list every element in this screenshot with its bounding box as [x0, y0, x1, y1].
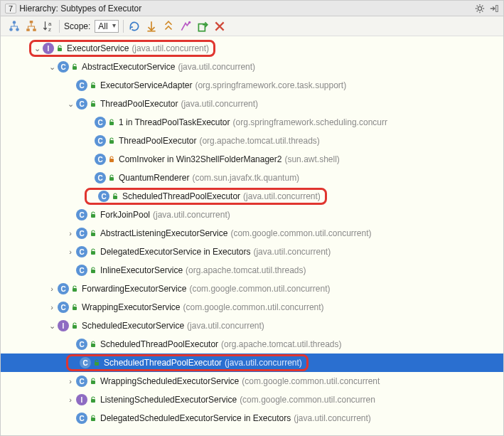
chevron-down-icon[interactable]: ⌄ — [48, 321, 56, 330]
interface-icon: I — [58, 320, 69, 331]
svg-rect-25 — [91, 270, 95, 273]
refresh-icon[interactable] — [128, 20, 141, 33]
tree-row-abstractExecSvc[interactable]: ⌄CAbstractExecutorService(java.util.conc… — [1, 58, 503, 76]
svg-rect-20 — [109, 177, 114, 181]
public-lock-icon — [89, 229, 97, 238]
package-name: (com.google.common.util.concurren — [240, 395, 375, 405]
svg-rect-27 — [73, 307, 77, 310]
svg-rect-18 — [109, 140, 114, 144]
public-lock-icon — [70, 321, 79, 330]
package-name: (java.util.concurrent) — [181, 99, 258, 109]
panel-header: 7 Hierarchy: Subtypes of Executor — [1, 1, 503, 16]
tree-row-stpeTomcat[interactable]: CScheduledThreadPoolExecutor(org.apache.… — [1, 335, 503, 353]
tree-row-schedExecSvc[interactable]: ⌄IScheduledExecutorService(java.util.con… — [1, 317, 503, 335]
chevron-down-icon[interactable]: ⌄ — [33, 44, 41, 53]
gear-icon[interactable] — [475, 4, 485, 14]
package-name: (java.util.concurrent) — [243, 191, 321, 201]
tree-row-tpeTomcat[interactable]: CThreadPoolExecutor(org.apache.tomcat.ut… — [1, 132, 503, 150]
package-name: (java.util.concurrent) — [132, 43, 209, 53]
type-hierarchy-icon[interactable] — [8, 20, 21, 33]
tree-row-quantumRenderer[interactable]: CQuantumRenderer(com.sun.javafx.tk.quant… — [1, 169, 503, 187]
hierarchy-panel: 7 Hierarchy: Subtypes of Executor az Sco… — [0, 0, 504, 436]
class-icon: C — [58, 302, 69, 313]
export-icon[interactable] — [196, 20, 209, 33]
scope-label: Scope: — [64, 21, 90, 31]
subtype-hierarchy-icon[interactable] — [25, 20, 38, 33]
chevron-right-icon[interactable]: › — [48, 285, 56, 293]
expand-icon[interactable] — [145, 20, 158, 33]
tree-row-delegatedSched[interactable]: CDelegatedScheduledExecutorService in Ex… — [1, 409, 503, 427]
tree-row-wrappingExec[interactable]: ›CWrappingExecutorService(com.google.com… — [1, 298, 503, 317]
public-lock-icon — [92, 358, 101, 367]
public-lock-icon — [107, 118, 116, 127]
type-name: ThreadPoolExecutor — [119, 136, 196, 146]
svg-rect-1 — [496, 5, 498, 11]
tree-row-abstractListening[interactable]: ›CAbstractListeningExecutorService(com.g… — [1, 224, 503, 243]
type-name: ForwardingExecutorService — [82, 284, 186, 294]
type-name: ScheduledExecutorService — [82, 321, 184, 331]
protected-lock-icon — [107, 155, 116, 164]
tree-row-stpe1[interactable]: CScheduledThreadPoolExecutor(java.util.c… — [1, 187, 503, 206]
tree-row-forkJoinPool[interactable]: CForkJoinPool(java.util.concurrent) — [1, 206, 503, 224]
chevron-right-icon[interactable]: › — [66, 395, 75, 404]
public-lock-icon — [89, 340, 97, 349]
chevron-right-icon[interactable]: › — [48, 303, 56, 312]
tree-row-forwardingExec[interactable]: ›CForwardingExecutorService(com.google.c… — [1, 280, 503, 298]
public-lock-icon — [89, 211, 97, 219]
type-name: WrappingScheduledExecutorService — [100, 376, 239, 386]
chevron-right-icon[interactable]: › — [66, 229, 75, 238]
package-name: (org.springframework.core.task.support) — [195, 80, 346, 90]
collapse-icon[interactable] — [162, 20, 175, 33]
package-name: (org.apache.tomcat.util.threads) — [221, 339, 341, 349]
type-name: QuantumRenderer — [119, 173, 189, 183]
type-name: ComInvoker in Win32ShellFolderManager2 — [119, 154, 282, 164]
chevron-right-icon[interactable]: › — [66, 248, 75, 256]
package-name: (java.util.concurrent) — [294, 413, 371, 423]
svg-rect-26 — [73, 288, 77, 292]
type-name: ScheduledThreadPoolExecutor — [122, 191, 240, 201]
sort-icon[interactable]: az — [42, 20, 55, 33]
autobuild-icon[interactable] — [179, 20, 192, 33]
tree-row-wrappingSched[interactable]: ›CWrappingScheduledExecutorService(com.g… — [1, 372, 503, 390]
svg-point-11 — [188, 21, 191, 23]
package-name: (java.util.concurrent) — [187, 321, 264, 331]
chevron-down-icon[interactable]: ⌄ — [66, 100, 75, 108]
tree-row-stpe2[interactable]: CScheduledThreadPoolExecutor(java.util.c… — [1, 353, 503, 372]
public-lock-icon — [89, 81, 97, 90]
chevron-down-icon[interactable]: ⌄ — [48, 63, 56, 71]
class-icon: C — [76, 98, 87, 110]
svg-rect-29 — [91, 344, 95, 347]
scope-dropdown[interactable]: All — [95, 20, 118, 33]
class-icon: C — [76, 265, 87, 276]
tree-row-anon1[interactable]: C1 in ThreadPoolTaskExecutor(org.springf… — [1, 113, 503, 132]
svg-rect-23 — [91, 233, 95, 236]
type-name: ScheduledThreadPoolExecutor — [104, 358, 222, 368]
public-lock-icon — [89, 395, 97, 404]
tree-row-execSvcAdapter[interactable]: CExecutorServiceAdapter(org.springframew… — [1, 76, 503, 95]
svg-rect-31 — [91, 381, 95, 384]
type-name: 1 in ThreadPoolTaskExecutor — [119, 117, 230, 127]
tree-row-comInvoker[interactable]: CComInvoker in Win32ShellFolderManager2(… — [1, 150, 503, 169]
svg-text:z: z — [48, 26, 51, 32]
chevron-right-icon[interactable]: › — [66, 377, 75, 386]
svg-point-0 — [478, 6, 481, 10]
class-icon: C — [95, 135, 106, 147]
class-icon: C — [76, 339, 87, 350]
close-icon[interactable] — [213, 20, 226, 33]
tree-row-listeningSched[interactable]: ›IListeningScheduledExecutorService(com.… — [1, 390, 503, 409]
hierarchy-tree[interactable]: ⌄IExecutorService(java.util.concurrent)⌄… — [1, 36, 503, 435]
public-lock-icon — [89, 248, 97, 256]
minimized-view-tab[interactable]: 7 — [5, 4, 16, 14]
type-name: InlineExecutorService — [100, 265, 183, 275]
restore-icon[interactable] — [489, 4, 499, 14]
tree-row-inlineExec[interactable]: CInlineExecutorService(org.apache.tomcat… — [1, 261, 503, 280]
package-name: (com.sun.javafx.tk.quantum) — [192, 173, 299, 183]
class-icon: C — [76, 209, 87, 220]
tree-row-threadPoolExec[interactable]: ⌄CThreadPoolExecutor(java.util.concurren… — [1, 95, 503, 113]
public-lock-icon — [70, 63, 79, 71]
svg-rect-21 — [113, 196, 117, 199]
svg-rect-17 — [109, 122, 114, 125]
svg-rect-19 — [109, 159, 114, 162]
tree-row-delegatedExec1[interactable]: ›CDelegatedExecutorService in Executors(… — [1, 243, 503, 261]
tree-row-executorService[interactable]: ⌄IExecutorService(java.util.concurrent) — [1, 39, 503, 58]
